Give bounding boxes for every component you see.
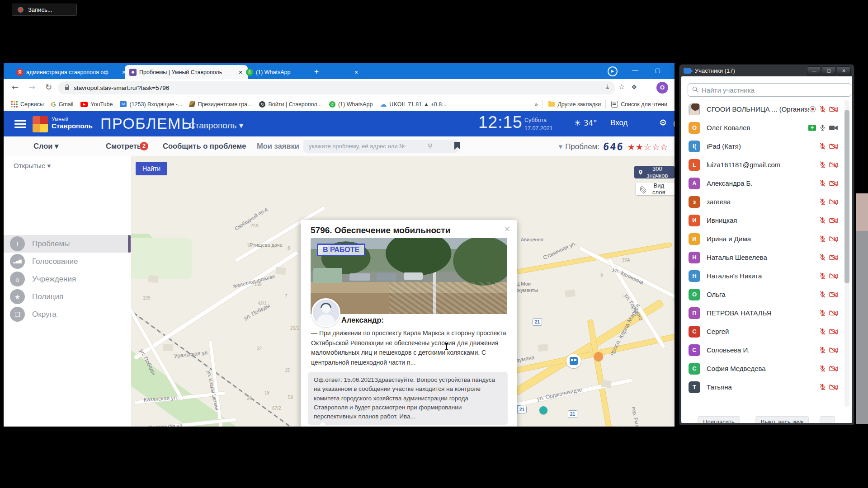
bookmarks-overflow-icon[interactable]: » [534, 101, 538, 108]
city-selector[interactable]: Ставрополь ▾ [189, 120, 243, 131]
participant-row[interactable]: Lluiza161181@gmail.com [681, 155, 843, 174]
sidebar-item-voting[interactable]: ▂▅▇Голосование [4, 253, 131, 270]
address-bar[interactable]: stavropol.stav-smart.ru/?task=5796 [58, 81, 615, 94]
browser-tab[interactable]: ❖Проблемы | Умный Ставрополь✕ [125, 65, 248, 79]
city-logo[interactable] [33, 116, 48, 132]
sidebar-item-police[interactable]: ★Полиция [4, 288, 131, 305]
participant-row[interactable]: ННаталья Шевелева [681, 248, 843, 267]
mic-off-icon[interactable] [819, 235, 826, 243]
sidebar-scrollbar[interactable] [128, 235, 131, 253]
participants-minimize-button[interactable]: — [807, 66, 821, 75]
mic-off-icon[interactable] [819, 272, 826, 280]
mic-off-icon[interactable] [819, 198, 826, 206]
camera-off-icon[interactable] [829, 162, 838, 168]
settings-gear-icon[interactable]: ⚙ [659, 117, 667, 127]
sidebar-item-problems[interactable]: !Проблемы [4, 235, 131, 253]
more-button[interactable]: ... [820, 416, 835, 423]
participant-row[interactable]: СГООИ ВОЛЬНИЦА ... (Организатор, я) [681, 100, 843, 118]
maximize-button[interactable]: ▢ [651, 67, 665, 74]
participant-row[interactable]: ИИвницкая [681, 211, 843, 230]
camera-off-icon[interactable] [829, 384, 838, 390]
participant-row[interactable]: ООльга [681, 285, 843, 304]
participant-row[interactable]: ССергей [681, 322, 843, 341]
camera-off-icon[interactable] [829, 347, 838, 353]
camera-off-icon[interactable] [829, 310, 838, 316]
find-button[interactable]: Найти [136, 162, 167, 175]
mute-all-button[interactable]: Выкл. весь звук [755, 416, 809, 423]
profile-avatar[interactable]: O [656, 82, 668, 94]
badges-count-button[interactable]: 300 значков [634, 166, 675, 178]
mic-off-icon[interactable] [819, 328, 826, 335]
layer-view-button[interactable]: Вид слоя [636, 183, 675, 195]
bookmark-item[interactable]: Президентские гра... [189, 101, 252, 108]
camera-off-icon[interactable] [829, 143, 838, 150]
participant-row[interactable]: ААлександра Б. [681, 174, 843, 192]
sidebar-filter[interactable]: Открытые ▾ [14, 162, 51, 170]
mic-off-icon[interactable] [819, 253, 826, 261]
bookmark-item[interactable]: ✉(1253) Входящие -... [120, 101, 182, 108]
map-poi-icon[interactable] [594, 352, 603, 361]
participant-row[interactable]: ППЕТРОВА НАТАЛЬЯ [681, 304, 843, 322]
invite-button[interactable]: Пригласить [698, 416, 740, 423]
login-button[interactable]: Вход [610, 118, 627, 127]
bookmark-item[interactable]: ☁UKOIL 71.81 ▲ +0.8... [380, 100, 446, 108]
camera-off-icon[interactable] [829, 366, 838, 372]
forward-icon[interactable]: → [28, 82, 35, 92]
extensions-icon[interactable]: ❖ [631, 83, 637, 91]
problem-search-input[interactable] [303, 140, 458, 153]
mic-off-icon[interactable] [819, 291, 826, 298]
participants-maximize-button[interactable]: ▢ [822, 66, 836, 75]
popup-close-icon[interactable]: ✕ [504, 225, 510, 234]
participant-row[interactable]: ззагеева [681, 192, 843, 211]
camera-off-icon[interactable] [829, 199, 838, 205]
map-poi-icon[interactable] [566, 354, 581, 368]
bookmark-item[interactable]: GGmail [51, 101, 74, 108]
close-button[interactable]: ✕ [672, 67, 675, 74]
participant-search-input[interactable] [688, 83, 851, 97]
participant-row[interactable]: ТТатьяна [681, 378, 843, 396]
mic-off-icon[interactable] [819, 179, 826, 187]
mic-off-icon[interactable] [819, 309, 826, 317]
menu-icon[interactable] [14, 120, 26, 130]
mic-off-icon[interactable] [819, 216, 826, 224]
watch-menu[interactable]: Смотреть [106, 142, 142, 150]
download-icon[interactable]: ↓ [606, 82, 609, 89]
camera-off-icon[interactable] [829, 254, 838, 261]
mic-off-icon[interactable] [819, 161, 826, 169]
browser-tab[interactable]: ✆(1) WhatsApp✕ [241, 65, 363, 79]
camera-on-icon[interactable] [829, 125, 838, 131]
bookmark-item[interactable]: ↻Войти | Ставропол... [259, 101, 321, 108]
layers-menu[interactable]: Слои ▾ [33, 142, 58, 150]
tab-close-icon[interactable]: ✕ [353, 69, 360, 76]
media-controls-icon[interactable]: ▶ [608, 66, 618, 76]
browser-tab[interactable]: Яадминистрация ставрополя оф✕ [12, 65, 131, 79]
camera-off-icon[interactable] [829, 273, 838, 279]
my-requests-button[interactable]: Мои заявки [257, 142, 299, 150]
mic-off-icon[interactable] [819, 383, 826, 391]
camera-off-icon[interactable] [829, 106, 838, 113]
participant-row[interactable]: ООлег Ковалев [681, 118, 843, 137]
camera-off-icon[interactable] [829, 236, 838, 242]
camera-off-icon[interactable] [829, 291, 838, 298]
participant-row[interactable]: ССоловьева И. [681, 341, 843, 359]
header-avatar-partial[interactable] [674, 117, 675, 131]
camera-off-icon[interactable] [829, 180, 838, 187]
problem-photo[interactable]: В РАБОТЕ [311, 238, 507, 314]
reload-icon[interactable]: ↻ [45, 82, 52, 92]
report-problem-button[interactable]: Сообщить о проблеме [163, 142, 246, 150]
participant-row[interactable]: I(iPad (Катя) [681, 137, 843, 155]
participants-scrollbar-thumb[interactable] [844, 110, 849, 283]
participants-close-button[interactable]: ✕ [837, 66, 851, 75]
mic-off-icon[interactable] [819, 105, 826, 113]
bookmark-item[interactable]: Сервисы [11, 101, 44, 108]
mic-off-icon[interactable] [819, 142, 826, 150]
minimize-button[interactable]: — [628, 67, 642, 74]
back-icon[interactable]: ← [12, 82, 19, 92]
sidebar-item-institutions[interactable]: ⌂Учреждения [4, 270, 131, 288]
map[interactable]: Ртищева дачаСвободный пр-дЖелезнодорожна… [131, 156, 675, 427]
bookmark-item[interactable]: Другие закладки [548, 101, 601, 108]
new-tab-button[interactable]: + [311, 67, 322, 77]
mic-off-icon[interactable] [819, 346, 826, 354]
camera-off-icon[interactable] [829, 328, 838, 335]
bookmark-item[interactable]: Список для чтени [611, 101, 667, 108]
